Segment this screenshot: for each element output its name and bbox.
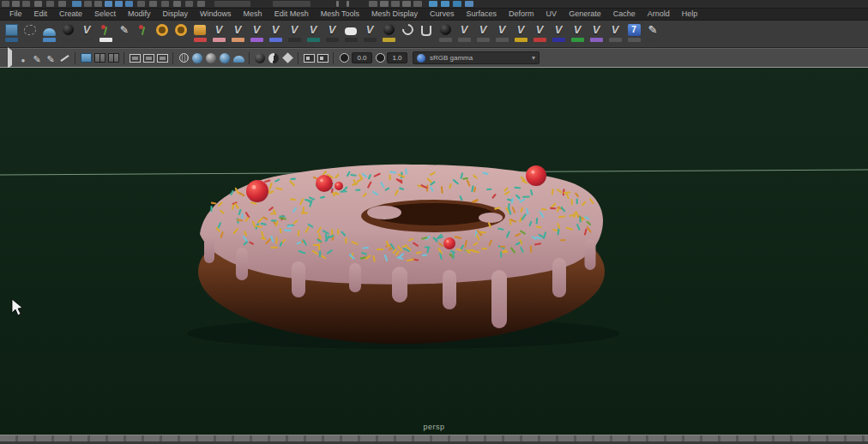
shelf-pen-tool-button[interactable]: ✎	[116, 22, 133, 46]
status-tile-7[interactable]	[84, 1, 92, 7]
gamma-icon[interactable]	[376, 53, 385, 63]
shelf-brush-bulge-button[interactable]: V	[588, 22, 605, 46]
status-tile-11[interactable]	[125, 1, 133, 7]
smooth-shade-icon[interactable]	[191, 52, 203, 64]
shelf-sculpt-brush-button[interactable]: V	[78, 22, 95, 46]
default-material-icon[interactable]	[232, 52, 244, 64]
donut-model[interactable]	[187, 165, 619, 349]
menu-edit-mesh[interactable]: Edit Mesh	[268, 9, 315, 20]
anti-aliasing-icon[interactable]	[316, 52, 329, 64]
shelf-brush-knife-button[interactable]: V	[550, 22, 567, 46]
status-tile-26[interactable]	[413, 1, 422, 7]
status-line[interactable]	[0, 0, 868, 9]
perspective-viewport[interactable]: persp	[0, 68, 868, 435]
shelf-light-orb-a-button[interactable]	[154, 22, 171, 46]
status-tile-14[interactable]	[161, 1, 169, 7]
shelf-brush-amplify-button[interactable]: V	[606, 22, 624, 46]
shelf-stamp-pill-button[interactable]	[342, 22, 359, 46]
gamma-field[interactable]: 1.0	[387, 52, 407, 63]
menu-surfaces[interactable]: Surfaces	[461, 9, 503, 20]
status-tile-24[interactable]	[391, 1, 400, 7]
shelf-brush-spray-button[interactable]: V	[361, 22, 378, 46]
status-tile-16[interactable]	[185, 1, 193, 7]
status-tile-2[interactable]	[22, 1, 30, 7]
field-chart-icon[interactable]	[142, 52, 154, 64]
shelf-multi-component-button[interactable]	[3, 22, 20, 46]
menu-curves[interactable]: Curves	[424, 9, 461, 20]
shelf-brush-pinch-button[interactable]: V	[286, 22, 303, 46]
menu-mesh-display[interactable]: Mesh Display	[365, 9, 424, 20]
menu-file[interactable]: File	[3, 9, 28, 20]
shelf-brush-sculpt-button[interactable]: V	[210, 22, 227, 46]
shelf-grass-paint-button[interactable]	[97, 22, 114, 46]
status-tile-19[interactable]	[273, 1, 310, 7]
select-camera-icon[interactable]	[3, 52, 15, 64]
shelf-lasso-select-button[interactable]	[21, 22, 39, 46]
shelf-brush-flatten-button[interactable]: V	[304, 22, 322, 46]
wireframe-icon[interactable]	[178, 52, 190, 64]
shelf-brush-imprint-button[interactable]: V	[474, 22, 491, 46]
exposure-icon[interactable]	[338, 52, 350, 64]
line-icon[interactable]	[58, 52, 70, 64]
status-tile-10[interactable]	[115, 1, 123, 7]
status-tile-0[interactable]	[2, 1, 9, 7]
shelf-brush-foamy-button[interactable]: V	[323, 22, 341, 46]
menu-create[interactable]: Create	[53, 9, 88, 20]
resolution-gate-icon[interactable]	[107, 52, 119, 64]
menu-select[interactable]: Select	[88, 9, 122, 20]
shelf-brush-fill-button[interactable]: V	[531, 22, 548, 46]
menu-mesh[interactable]: Mesh	[238, 9, 268, 20]
shelf-material-box-button[interactable]	[191, 22, 208, 46]
occlusion-icon[interactable]	[281, 52, 293, 64]
textured-icon[interactable]	[205, 52, 217, 64]
shelf-grab-hand-button[interactable]	[418, 22, 435, 46]
status-tile-30[interactable]	[465, 1, 473, 7]
ssao-icon[interactable]	[303, 52, 315, 64]
safe-action-icon[interactable]	[156, 52, 168, 64]
status-tile-20[interactable]	[336, 1, 339, 7]
status-tile-4[interactable]	[46, 1, 54, 7]
menu-generate[interactable]: Generate	[563, 9, 607, 20]
shelf-brush-smear-button[interactable]: V	[569, 22, 586, 46]
status-tile-15[interactable]	[173, 1, 181, 7]
status-tile-23[interactable]	[380, 1, 389, 7]
status-tile-25[interactable]	[402, 1, 411, 7]
menu-windows[interactable]: Windows	[194, 9, 238, 20]
pin-icon[interactable]	[17, 52, 29, 64]
shelf-brush-scrape-button[interactable]: V	[512, 22, 529, 46]
status-tile-5[interactable]	[58, 1, 66, 7]
status-tile-8[interactable]	[94, 1, 102, 7]
menu-mesh-tools[interactable]: Mesh Tools	[315, 9, 365, 20]
status-tile-28[interactable]	[441, 1, 449, 7]
menu-modify[interactable]: Modify	[122, 9, 157, 20]
menu-arnold[interactable]: Arnold	[642, 9, 676, 20]
all-lights-icon[interactable]	[254, 52, 266, 64]
menu-uv[interactable]: UV	[540, 9, 564, 20]
shelf-sphere-dark-button[interactable]	[380, 22, 397, 46]
status-tile-3[interactable]	[34, 1, 42, 7]
wire-on-shaded-icon[interactable]	[219, 52, 231, 64]
marker-icon[interactable]	[45, 52, 57, 64]
gate-mask-icon[interactable]	[129, 52, 141, 64]
film-gate-icon[interactable]	[93, 52, 105, 64]
status-tile-22[interactable]	[369, 1, 377, 7]
menu-cache[interactable]: Cache	[607, 9, 642, 20]
shelf-sphere-small-button[interactable]	[437, 22, 454, 46]
status-tile-18[interactable]	[214, 1, 250, 7]
menu-help[interactable]: Help	[676, 9, 704, 20]
shelf-brush-wax-button[interactable]: V	[493, 22, 510, 46]
shelf-pencil-last-button[interactable]: ✎	[644, 22, 661, 46]
shelf-sculpt-surface-button[interactable]	[40, 22, 57, 46]
shelf-brush-repeat-button[interactable]: V	[455, 22, 473, 46]
status-tile-9[interactable]	[105, 1, 112, 7]
shelf-brush-relax-button[interactable]: V	[248, 22, 265, 46]
view-transform-dropdown[interactable]: sRGB gamma ▾	[413, 51, 539, 64]
menu-deform[interactable]: Deform	[503, 9, 540, 20]
shelf-hook-tool-button[interactable]	[399, 22, 416, 46]
time-slider[interactable]	[0, 435, 868, 444]
status-tile-29[interactable]	[453, 1, 461, 7]
shelf-brush-smooth-button[interactable]: V	[229, 22, 246, 46]
pencil-icon[interactable]	[31, 52, 43, 64]
shelf-freeze-seven-button[interactable]: 7	[625, 22, 642, 46]
shelf-light-orb-b-button[interactable]	[172, 22, 190, 46]
